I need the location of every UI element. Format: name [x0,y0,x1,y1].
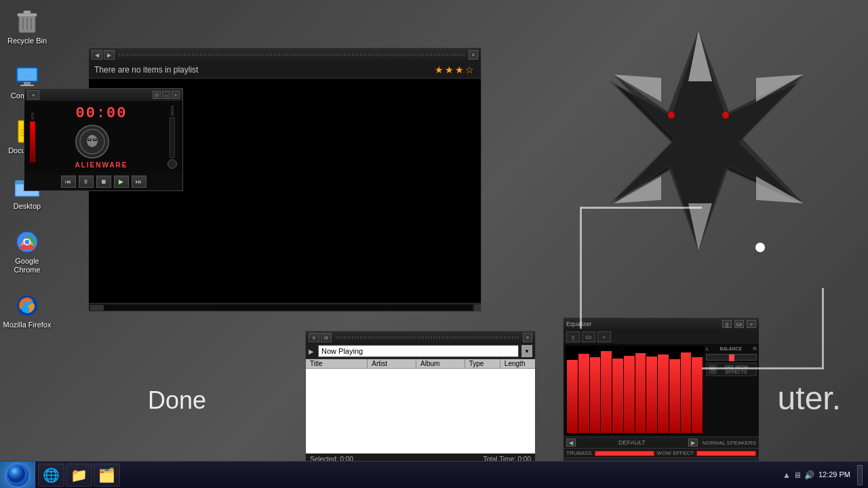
tray-volume-icon[interactable]: 🔊 [804,470,814,480]
ml-dropdown[interactable]: Now Playing [318,345,519,357]
eq-ctrl3[interactable]: × [597,331,611,342]
eq-ctrl2[interactable]: ≤≥ [582,331,595,342]
ml-col-title[interactable]: Title [306,359,368,368]
taskbar-items: 🌐 📁 🗂️ [35,462,123,488]
tray-network-icon: 🖥 [793,470,802,480]
eq-wow-slider[interactable] [696,451,756,456]
svg-rect-7 [18,68,37,81]
recycle-bin-icon [15,9,39,34]
taskbar-explorer-icon: 📁 [71,467,87,483]
eq-trubass-slider[interactable] [595,451,654,456]
aw-pause-btn[interactable]: ⏸ [79,176,94,188]
aw-menu-btn[interactable]: ≡ [27,90,39,100]
eq-wow-effect-label: WOW EFFECT [657,450,694,456]
done-text: Done [148,386,206,415]
show-desktop-btn[interactable] [857,465,863,485]
svg-rect-1 [18,14,37,16]
ml-dropdown-open-btn[interactable]: ▼ [521,345,532,357]
ml-close-btn[interactable]: × [523,333,532,342]
svg-rect-2 [24,11,31,14]
ml-dropdown-arrow-icon: ▶ [309,348,314,355]
media-library-window: it itl × ▶ Now Playing ▼ Title Artist Al… [305,331,536,473]
ml-dropdown-row: ▶ Now Playing ▼ [306,344,535,359]
tray-arrow-icon[interactable]: ▲ [783,470,791,480]
ml-col-artist[interactable]: Artist [368,359,416,368]
aw-speakers-btn[interactable]: ◎ [153,91,161,99]
aw-brand-label: ALIENWARE [75,161,128,169]
playlist-scrollbar[interactable] [89,303,481,311]
ml-col-type[interactable]: Type [465,359,500,368]
eq-preset-prev[interactable]: ◀ [566,439,576,447]
taskbar-clock: 12:29 PM [818,470,850,479]
ml-title-fill [336,336,519,339]
ml-btn1[interactable]: it [309,333,319,342]
aw-seek-area: SEEK [167,105,177,169]
firefox-label: Mozilla Firefox [3,321,52,329]
svg-rect-9 [20,85,34,86]
chrome-icon [15,230,39,254]
playlist-header: There are no items in playlist ★★★☆ [89,62,481,79]
aw-center-display: 00:00 [75,105,128,169]
playlist-scroll-track[interactable] [90,305,473,310]
corner-bracket-bottomright [702,288,824,369]
playlist-titlebar: ◀ ▶ × [89,48,481,62]
eq-bar-7 [646,357,657,433]
start-orb-icon [5,463,30,487]
taskbar-explorer-btn[interactable]: 📁 [66,464,92,487]
ml-btn2[interactable]: itl [321,333,332,342]
aw-time-display: 00:00 [75,105,128,122]
taskbar-folder-btn[interactable]: 🗂️ [94,464,120,487]
aw-vol-slider[interactable] [30,121,35,162]
aw-seek-knob[interactable] [167,159,177,169]
svg-point-34 [668,112,675,119]
taskbar-ie-icon: 🌐 [43,467,60,483]
taskbar: 🌐 📁 🗂️ ▲ 🖥 🔊 12:29 PM [0,461,868,488]
eq-bar-5 [624,356,635,433]
aw-stop-btn[interactable]: ⏹ [96,176,111,188]
aw-display: VOL 00:00 [24,101,182,173]
playlist-prev-btn[interactable]: ◀ [92,50,102,60]
svg-point-36 [87,135,98,147]
desktop-icon-firefox[interactable]: Mozilla Firefox [1,291,54,332]
svg-point-33 [722,112,729,119]
eq-preset-next[interactable]: ▶ [688,439,698,447]
chrome-label: Google Chrome [3,257,52,274]
aw-next-btn[interactable]: ⏭ [132,176,146,188]
desktop: Recycle Bin Computer [0,0,868,488]
firefox-icon [15,293,39,318]
ml-col-length[interactable]: Length [500,359,535,368]
eq-bar-4 [612,359,623,433]
taskbar-ie-btn[interactable]: 🌐 [38,464,64,487]
desktop-icon-chrome[interactable]: Google Chrome [0,227,54,277]
computer-icon [15,64,39,89]
svg-point-40 [94,139,96,140]
taskbar-folder-icon: 🗂️ [98,467,115,483]
aw-prev-btn[interactable]: ⏮ [61,176,76,188]
start-button[interactable] [0,462,35,489]
aw-seek-slider[interactable] [170,117,175,158]
aw-logo-container: ALIENWARE [75,125,128,169]
aw-play-btn[interactable]: ▶ [114,176,129,188]
playlist-next-btn[interactable]: ▶ [104,50,115,60]
desktop-icon-recycle-bin[interactable]: Recycle Bin [5,7,50,48]
aw-playback-controls: ⏮ ⏸ ⏹ ▶ ⏭ [24,173,182,190]
svg-point-22 [25,239,30,244]
ml-col-album[interactable]: Album [416,359,465,368]
aw-close-btn[interactable]: × [172,91,180,99]
eq-bar-2 [590,357,601,433]
eq-wow-controls: TRUBASS WOW EFFECT [564,448,759,458]
playlist-title-fill [119,54,465,56]
eq-bar-11 [692,357,703,433]
eq-bar-1 [578,354,589,433]
taskbar-right-area: ▲ 🖥 🔊 12:29 PM [783,465,868,485]
playlist-resize-handle[interactable] [474,304,481,311]
eq-ctrl1[interactable]: || [566,331,580,342]
playlist-empty-message: There are no items in playlist [94,65,198,75]
playlist-close-btn[interactable]: × [469,50,478,60]
aw-alien-logo [75,125,109,159]
aw-minimize-btn[interactable]: – [162,91,170,99]
media-library-titlebar: it itl × [306,331,535,344]
ml-columns-header: Title Artist Album Type Length [306,359,535,369]
aw-seek-label: SEEK [170,105,174,116]
eq-bar-3 [601,351,612,433]
